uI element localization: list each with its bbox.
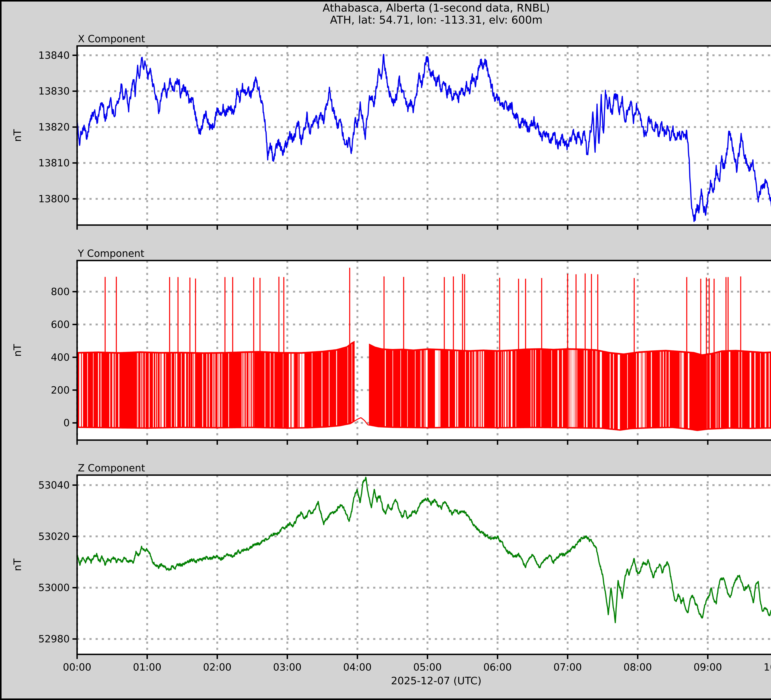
x-tick-label: 10:00	[764, 661, 771, 673]
x-tick-label: 08:00	[623, 661, 652, 673]
figure-subtitle: ATH, lat: 54.71, lon: -113.31, elv: 600m	[77, 14, 771, 26]
magnetogram-figure: Athabasca, Alberta (1-second data, RNBL)…	[0, 0, 771, 700]
y-tick-label: 53040	[38, 479, 70, 491]
x-tick-label: 00:00	[63, 661, 91, 673]
y-tick-label: 13810	[38, 157, 70, 169]
y-tick-label: 13800	[38, 193, 70, 205]
x-tick-label: 05:00	[413, 661, 442, 673]
y-axis-unit-label: nT	[12, 336, 23, 365]
x-tick-label: 03:00	[273, 661, 301, 673]
y-tick-label: 400	[51, 352, 70, 363]
z-component-panel: 5298053000530205304000:0001:0002:0003:00…	[38, 475, 771, 673]
z-axis-unit-label: nT	[12, 550, 23, 580]
figure-title: Athabasca, Alberta (1-second data, RNBL)	[77, 2, 771, 14]
x-tick-label: 01:00	[133, 661, 161, 673]
magnetogram-plot-svg: 1380013810138201383013840020040060080052…	[0, 0, 771, 700]
y-tick-label: 0	[63, 417, 70, 429]
y-tick-label: 13830	[38, 85, 70, 97]
y-tick-label: 600	[51, 319, 70, 330]
x-component-panel: 1380013810138201383013840	[38, 46, 771, 230]
y-tick-label: 200	[51, 385, 70, 396]
x-tick-label: 04:00	[343, 661, 372, 673]
x-tick-label: 06:00	[483, 661, 512, 673]
date-axis-label: 2025-12-07 (UTC)	[77, 675, 771, 687]
y-tick-label: 53020	[38, 531, 70, 542]
x-tick-label: 09:00	[694, 661, 722, 673]
y-tick-label: 13840	[38, 50, 70, 61]
x-tick-label: 02:00	[203, 661, 231, 673]
y-component-panel: 0200400600800	[51, 260, 771, 445]
y-tick-label: 13820	[38, 121, 70, 133]
x-component-title: X Component	[78, 33, 145, 44]
x-tick-label: 07:00	[553, 661, 582, 673]
y-tick-label: 53000	[38, 582, 70, 593]
y-tick-label: 52980	[38, 633, 70, 645]
z-component-title: Z Component	[78, 463, 145, 474]
y-component-title: Y Component	[78, 248, 144, 259]
x-axis-unit-label: nT	[12, 121, 23, 150]
y-tick-label: 800	[51, 286, 70, 297]
